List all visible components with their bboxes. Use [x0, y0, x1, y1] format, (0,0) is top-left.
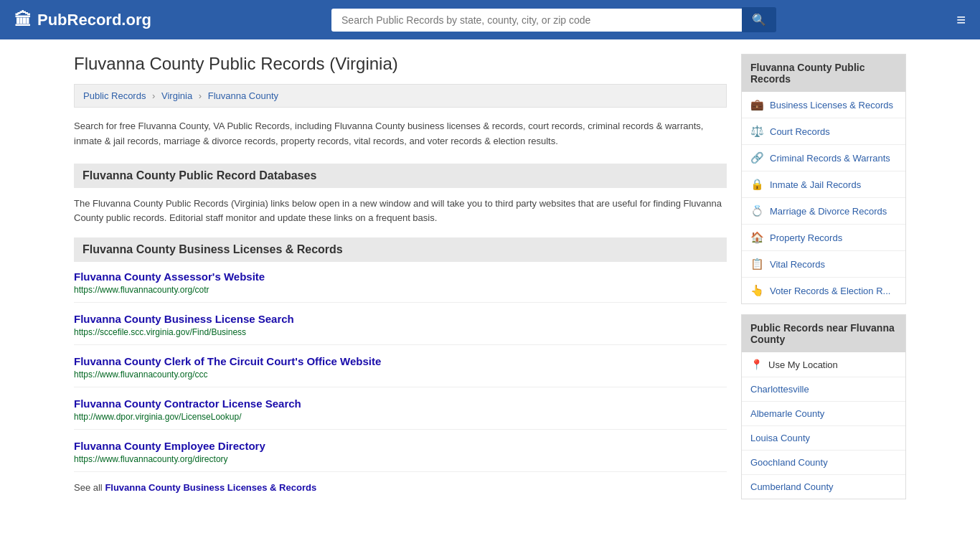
clipboard-icon: 📋 — [750, 258, 764, 270]
nearby-label-charlottesville: Charlottesville — [750, 384, 809, 395]
sidebar-item-marriage[interactable]: 💍 Marriage & Divorce Records — [742, 198, 905, 225]
nearby-link-cumberland[interactable]: Cumberland County — [742, 475, 905, 499]
nearby-box: Public Records near Fluvanna County 📍 Us… — [741, 314, 906, 499]
logo-icon: 🏛 — [14, 10, 32, 30]
sidebar-link-voter[interactable]: 👆 Voter Records & Election R... — [742, 278, 905, 303]
breadcrumb-sep-1: › — [152, 90, 155, 101]
sidebar-label-court: Court Records — [770, 126, 830, 137]
nearby-link-albemarle[interactable]: Albemarle County — [742, 402, 905, 425]
nearby-label-goochland: Goochland County — [750, 457, 828, 468]
sidebar-link-court[interactable]: ⚖️ Court Records — [742, 118, 905, 144]
nearby-header: Public Records near Fluvanna County — [742, 315, 905, 352]
sidebar-label-marriage: Marriage & Divorce Records — [770, 206, 887, 217]
nearby-item-location[interactable]: 📍 Use My Location — [742, 352, 905, 377]
nearby-item-louisa[interactable]: Louisa County — [742, 426, 905, 451]
record-url-1: https://sccefile.scc.virginia.gov/Find/B… — [74, 327, 727, 337]
breadcrumb: Public Records › Virginia › Fluvanna Cou… — [74, 84, 727, 108]
sidebar-link-business[interactable]: 💼 Business Licenses & Records — [742, 92, 905, 118]
breadcrumb-link-virginia[interactable]: Virginia — [161, 90, 192, 101]
nearby-label-albemarle: Albemarle County — [750, 408, 824, 419]
site-logo[interactable]: 🏛 PubRecord.org — [14, 10, 151, 30]
record-url-4: https://www.fluvannacounty.org/directory — [74, 454, 727, 464]
search-bar: 🔍 — [331, 7, 776, 32]
databases-section-header: Fluvanna County Public Record Databases — [74, 164, 727, 188]
record-item-0: Fluvanna County Assessor's Website https… — [74, 270, 727, 303]
search-input[interactable] — [331, 9, 742, 32]
sidebar-label-vital: Vital Records — [770, 259, 825, 270]
sidebar-link-property[interactable]: 🏠 Property Records — [742, 225, 905, 250]
nearby-item-albemarle[interactable]: Albemarle County — [742, 402, 905, 426]
breadcrumb-link-public-records[interactable]: Public Records — [83, 90, 146, 101]
breadcrumb-sep-2: › — [199, 90, 202, 101]
menu-icon[interactable]: ≡ — [956, 11, 966, 29]
nearby-item-charlottesville[interactable]: Charlottesville — [742, 377, 905, 402]
record-item-3: Fluvanna County Contractor License Searc… — [74, 397, 727, 430]
sidebar-item-property[interactable]: 🏠 Property Records — [742, 225, 905, 251]
record-url-0: https://www.fluvannacounty.org/cotr — [74, 285, 727, 295]
chain-icon: 🔗 — [750, 151, 764, 164]
nearby-item-goochland[interactable]: Goochland County — [742, 451, 905, 475]
nearby-link-louisa[interactable]: Louisa County — [742, 426, 905, 450]
location-pin-icon: 📍 — [750, 359, 763, 370]
record-link-1[interactable]: Fluvanna County Business License Search — [74, 313, 294, 325]
breadcrumb-link-fluvanna[interactable]: Fluvanna County — [208, 90, 278, 101]
ring-icon: 💍 — [750, 204, 764, 217]
sidebar-label-property: Property Records — [770, 232, 842, 243]
sidebar-label-voter: Voter Records & Election R... — [770, 286, 890, 296]
county-records-header: Fluvanna County Public Records — [742, 55, 905, 92]
see-all-link[interactable]: Fluvanna County Business Licenses & Reco… — [105, 482, 316, 493]
scales-icon: ⚖️ — [750, 125, 764, 138]
record-item-2: Fluvanna County Clerk of The Circuit Cou… — [74, 355, 727, 387]
sidebar-link-marriage[interactable]: 💍 Marriage & Divorce Records — [742, 198, 905, 224]
lock-icon: 🔒 — [750, 178, 764, 191]
record-item-4: Fluvanna County Employee Directory https… — [74, 440, 727, 472]
nearby-label-location: Use My Location — [768, 359, 838, 370]
nearby-list: 📍 Use My Location Charlottesville Albema… — [742, 352, 905, 499]
business-section-header: Fluvanna County Business Licenses & Reco… — [74, 237, 727, 262]
sidebar-link-inmate[interactable]: 🔒 Inmate & Jail Records — [742, 171, 905, 197]
county-records-list: 💼 Business Licenses & Records ⚖️ Court R… — [742, 92, 905, 303]
nearby-link-goochland[interactable]: Goochland County — [742, 451, 905, 474]
house-icon: 🏠 — [750, 231, 764, 244]
databases-section-description: The Fluvanna County Public Records (Virg… — [74, 197, 727, 227]
page-container: Fluvanna County Public Records (Virginia… — [60, 39, 920, 514]
sidebar-label-criminal: Criminal Records & Warrants — [770, 153, 890, 164]
sidebar: Fluvanna County Public Records 💼 Busines… — [741, 54, 906, 499]
page-title: Fluvanna County Public Records (Virginia… — [74, 54, 727, 74]
sidebar-item-vital[interactable]: 📋 Vital Records — [742, 251, 905, 278]
sidebar-item-business[interactable]: 💼 Business Licenses & Records — [742, 92, 905, 118]
sidebar-link-vital[interactable]: 📋 Vital Records — [742, 251, 905, 277]
vote-icon: 👆 — [750, 284, 764, 297]
record-link-3[interactable]: Fluvanna County Contractor License Searc… — [74, 397, 301, 410]
sidebar-item-criminal[interactable]: 🔗 Criminal Records & Warrants — [742, 145, 905, 171]
see-all-container: See all Fluvanna County Business License… — [74, 482, 727, 493]
see-all-text: See all — [74, 482, 103, 493]
nearby-link-location[interactable]: 📍 Use My Location — [742, 352, 905, 377]
nearby-link-charlottesville[interactable]: Charlottesville — [742, 377, 905, 401]
page-description: Search for free Fluvanna County, VA Publ… — [74, 119, 727, 149]
county-records-box: Fluvanna County Public Records 💼 Busines… — [741, 54, 906, 304]
briefcase-icon: 💼 — [750, 98, 764, 111]
nearby-label-louisa: Louisa County — [750, 433, 810, 443]
sidebar-item-inmate[interactable]: 🔒 Inmate & Jail Records — [742, 171, 905, 198]
logo-text: PubRecord.org — [37, 11, 151, 29]
nearby-item-cumberland[interactable]: Cumberland County — [742, 475, 905, 499]
main-content: Fluvanna County Public Records (Virginia… — [74, 54, 727, 499]
record-item-1: Fluvanna County Business License Search … — [74, 313, 727, 345]
record-url-3: http://www.dpor.virginia.gov/LicenseLook… — [74, 412, 727, 422]
sidebar-item-voter[interactable]: 👆 Voter Records & Election R... — [742, 278, 905, 303]
record-link-4[interactable]: Fluvanna County Employee Directory — [74, 440, 265, 452]
sidebar-label-inmate: Inmate & Jail Records — [770, 179, 861, 190]
site-header: 🏛 PubRecord.org 🔍 ≡ — [0, 0, 980, 39]
nearby-label-cumberland: Cumberland County — [750, 481, 834, 492]
record-url-2: https://www.fluvannacounty.org/ccc — [74, 369, 727, 380]
sidebar-label-business: Business Licenses & Records — [770, 100, 893, 110]
sidebar-link-criminal[interactable]: 🔗 Criminal Records & Warrants — [742, 145, 905, 171]
sidebar-item-court[interactable]: ⚖️ Court Records — [742, 118, 905, 145]
record-link-2[interactable]: Fluvanna County Clerk of The Circuit Cou… — [74, 355, 381, 367]
record-link-0[interactable]: Fluvanna County Assessor's Website — [74, 270, 265, 283]
search-button[interactable]: 🔍 — [742, 7, 776, 32]
